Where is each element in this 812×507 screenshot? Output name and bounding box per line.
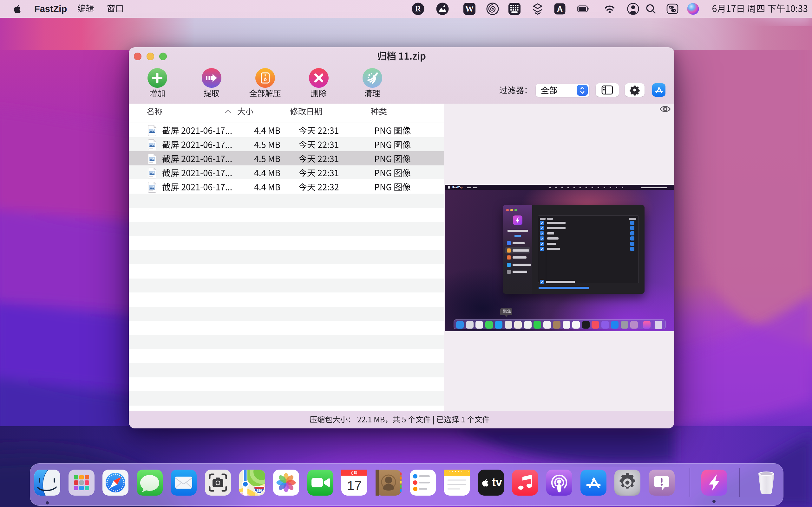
svg-text:W: W <box>465 4 474 14</box>
svg-text:tv: tv <box>492 475 502 489</box>
svg-text:R: R <box>415 4 421 13</box>
svg-text:A: A <box>557 4 563 13</box>
svg-text:280: 280 <box>256 489 262 493</box>
svg-text:17: 17 <box>347 478 362 493</box>
